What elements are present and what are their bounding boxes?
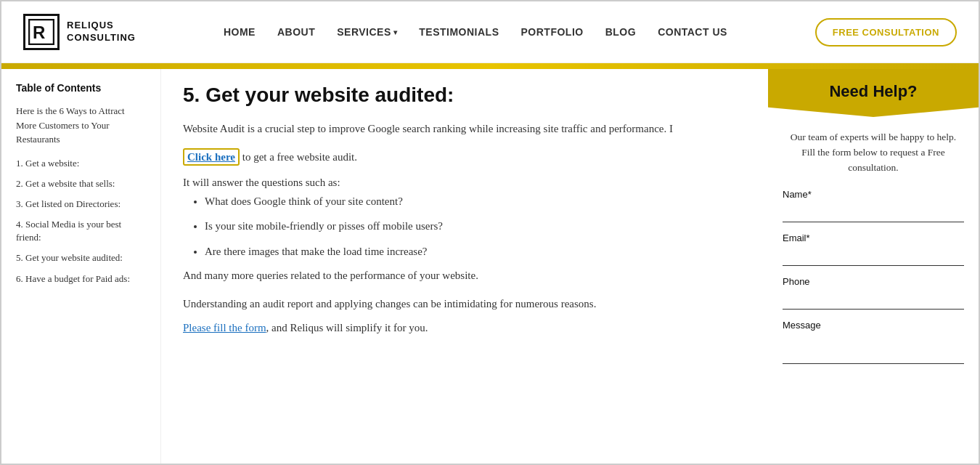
form-field-phone: Phone xyxy=(768,276,979,310)
form-field-message: Message xyxy=(768,320,979,367)
click-here-link[interactable]: Click here xyxy=(183,148,240,166)
form-label-phone: Phone xyxy=(783,276,964,287)
article-more: And many more queries related to the per… xyxy=(183,270,743,282)
bullet-item: What does Google think of your site cont… xyxy=(205,193,743,210)
toc-list: 1. Get a website: 2. Get a website that … xyxy=(16,157,146,286)
main-content: Table of Contents Here is the 6 Ways to … xyxy=(1,69,979,465)
form-description: Our team of experts will be happy to hel… xyxy=(768,130,979,176)
please-fill-link[interactable]: Please fill the form xyxy=(183,322,266,333)
phone-input[interactable] xyxy=(783,291,964,310)
bullet-list: What does Google think of your site cont… xyxy=(205,193,743,260)
need-help-header: Need Help? xyxy=(768,69,979,117)
article-understanding: Understanding an audit report and applyi… xyxy=(183,295,743,313)
email-input[interactable] xyxy=(783,248,964,266)
nav-item-home[interactable]: HOME xyxy=(224,26,256,38)
nav-item-testimonials[interactable]: TESTIMONIALS xyxy=(419,26,499,38)
sidebar-toc: Table of Contents Here is the 6 Ways to … xyxy=(1,69,161,465)
logo[interactable]: R RELIQUS CONSULTING xyxy=(23,14,136,50)
form-label-name: Name* xyxy=(783,189,964,200)
logo-icon: R xyxy=(23,14,60,50)
nav-item-portfolio[interactable]: PORTFOLIO xyxy=(521,26,584,38)
article-click-here-para: Click here to get a free website audit. xyxy=(183,148,743,166)
toc-title: Table of Contents xyxy=(16,82,146,94)
nav-links: HOME ABOUT SERVICES ▾ TESTIMONIALS PORTF… xyxy=(224,26,727,38)
nav-item-services[interactable]: SERVICES ▾ xyxy=(337,26,397,38)
toc-item[interactable]: 1. Get a website: xyxy=(16,157,146,170)
name-input[interactable] xyxy=(783,204,964,222)
bullet-item: Is your site mobile-friendly or pisses o… xyxy=(205,218,743,235)
please-suffix: , and Reliqus will simplify it for you. xyxy=(266,322,428,333)
toc-item[interactable]: 4. Social Media is your best friend: xyxy=(16,218,146,244)
article-para1: Website Audit is a crucial step to impro… xyxy=(183,120,743,138)
toc-item[interactable]: 6. Have a budget for Paid ads: xyxy=(16,272,146,286)
toc-intro: Here is the 6 Ways to Attract More Custo… xyxy=(16,104,146,147)
article-heading: 5. Get your website audited: xyxy=(183,84,743,107)
navbar: R RELIQUS CONSULTING HOME ABOUT SERVICES… xyxy=(1,1,979,63)
form-label-email: Email* xyxy=(783,232,964,243)
toc-item[interactable]: 5. Get your website audited: xyxy=(16,251,146,264)
logo-text: RELIQUS CONSULTING xyxy=(67,20,136,44)
gold-bar xyxy=(1,63,979,69)
chevron-down-icon: ▾ xyxy=(393,28,398,36)
toc-item[interactable]: 2. Get a website that sells: xyxy=(16,177,146,190)
message-input[interactable] xyxy=(783,335,964,364)
form-field-name: Name* xyxy=(768,189,979,222)
form-field-email: Email* xyxy=(768,232,979,266)
form-sidebar: Need Help? Our team of experts will be h… xyxy=(768,69,979,465)
bullet-item: Are there images that make the load time… xyxy=(205,243,743,260)
nav-item-blog[interactable]: BLOG xyxy=(605,26,636,38)
free-consultation-button[interactable]: FREE CONSULTATION xyxy=(815,18,957,46)
article-please: Please fill the form, and Reliqus will s… xyxy=(183,319,743,337)
article-subtext: It will answer the questions such as: xyxy=(183,177,743,189)
nav-item-about[interactable]: ABOUT xyxy=(277,26,315,38)
article-content: 5. Get your website audited: Website Aud… xyxy=(161,69,768,465)
toc-item[interactable]: 3. Get listed on Directories: xyxy=(16,198,146,211)
click-here-suffix: to get a free website audit. xyxy=(240,151,357,163)
nav-item-contact[interactable]: CONTACT US xyxy=(658,26,727,38)
form-label-message: Message xyxy=(783,320,964,331)
svg-text:R: R xyxy=(33,23,45,42)
